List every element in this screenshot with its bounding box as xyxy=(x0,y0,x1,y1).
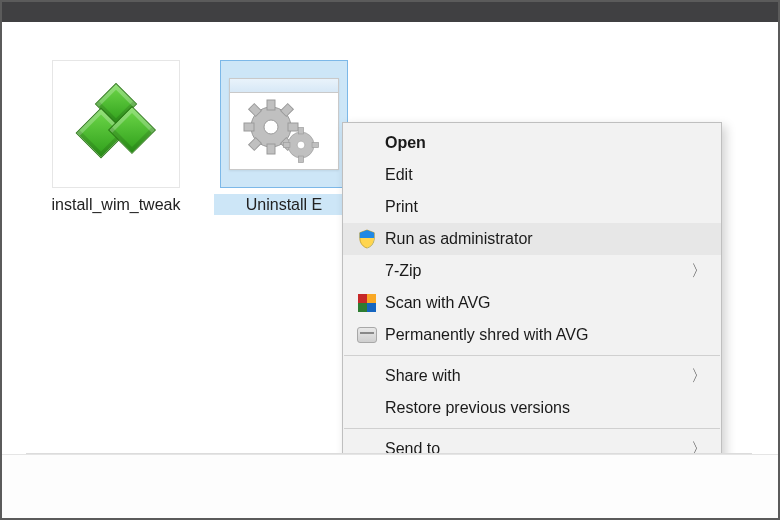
file-thumbnail xyxy=(52,60,180,188)
menu-item-label: 7-Zip xyxy=(385,262,691,280)
file-item-uninstall-batch[interactable]: Uninstall E xyxy=(214,60,354,215)
svg-rect-15 xyxy=(312,142,319,147)
menu-item-label: Run as administrator xyxy=(385,230,707,248)
menu-item-print[interactable]: Print xyxy=(343,191,721,223)
file-thumbnail xyxy=(220,60,348,188)
file-item-install-wim-tweak[interactable]: install_wim_tweak xyxy=(46,60,186,215)
shredder-icon xyxy=(353,327,381,343)
svg-rect-14 xyxy=(283,142,290,147)
svg-rect-12 xyxy=(298,127,303,134)
svg-point-11 xyxy=(297,141,305,149)
shield-icon xyxy=(353,229,381,249)
context-menu: OpenEditPrintRun as administrator7-Zip〉S… xyxy=(342,122,722,470)
menu-item-label: Print xyxy=(385,198,707,216)
window-top-bar xyxy=(2,2,778,22)
registry-icon xyxy=(77,89,155,159)
menu-item-share-with[interactable]: Share with〉 xyxy=(343,360,721,392)
menu-item-label: Edit xyxy=(385,166,707,184)
svg-rect-2 xyxy=(267,100,275,110)
menu-item-label: Open xyxy=(385,134,707,152)
svg-rect-3 xyxy=(267,144,275,154)
screenshot-frame: install_wim_tweak xyxy=(0,0,780,520)
menu-item-label: Scan with AVG xyxy=(385,294,707,312)
avg-icon xyxy=(353,294,381,312)
menu-item-restore-previous-versions[interactable]: Restore previous versions xyxy=(343,392,721,424)
menu-item-label: Permanently shred with AVG xyxy=(385,326,707,344)
menu-item-label: Share with xyxy=(385,367,691,385)
menu-item-run-as-administrator[interactable]: Run as administrator xyxy=(343,223,721,255)
svg-point-1 xyxy=(264,120,278,134)
chevron-right-icon: 〉 xyxy=(691,366,707,387)
menu-item-7-zip[interactable]: 7-Zip〉 xyxy=(343,255,721,287)
menu-item-permanently-shred-with-avg[interactable]: Permanently shred with AVG xyxy=(343,319,721,351)
file-label: install_wim_tweak xyxy=(46,194,186,215)
window-bottom-bar xyxy=(2,454,778,518)
menu-item-edit[interactable]: Edit xyxy=(343,159,721,191)
svg-rect-4 xyxy=(244,123,254,131)
menu-item-open[interactable]: Open xyxy=(343,127,721,159)
file-label: Uninstall E xyxy=(214,194,354,215)
menu-separator xyxy=(344,355,720,356)
menu-separator xyxy=(344,428,720,429)
chevron-right-icon: 〉 xyxy=(691,261,707,282)
file-explorer-area[interactable]: install_wim_tweak xyxy=(2,22,778,454)
menu-item-scan-with-avg[interactable]: Scan with AVG xyxy=(343,287,721,319)
menu-item-label: Restore previous versions xyxy=(385,399,707,417)
svg-rect-13 xyxy=(298,156,303,163)
svg-rect-5 xyxy=(288,123,298,131)
batch-file-icon xyxy=(229,78,339,170)
